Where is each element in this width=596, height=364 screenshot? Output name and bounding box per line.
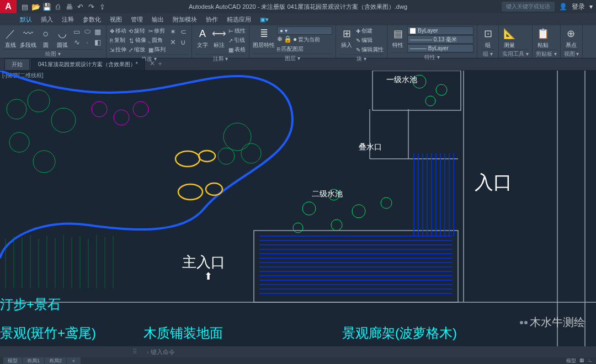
tool-move[interactable]: ✥ 移动 [110,26,126,35]
tool-linear[interactable]: ⊢ 线性 [228,26,246,35]
tool-match-layer[interactable]: ⎘ 匹配图层 [277,45,332,53]
panel-title-group[interactable]: 组 ▾ [481,49,495,58]
panel-title-util[interactable]: 实用工具 ▾ [502,49,529,58]
layout-tabs: 模型 布局1 布局2 ＋ [3,357,81,365]
tab-manage[interactable]: 管理 [131,15,143,24]
label-stepping: 汀步+景石 [0,296,61,313]
tool-properties[interactable]: ▤特性 [391,26,405,49]
user-icon[interactable]: 👤 [559,3,567,10]
layout-add-icon[interactable]: ＋ [67,357,81,365]
color-selector[interactable]: ByLayer [407,26,473,35]
login-link[interactable]: 登录 [572,2,585,12]
tool-mirror[interactable]: ⮁ 镜像 [129,36,146,45]
tool-fillet[interactable]: ◟ 圆角 [148,36,166,45]
share-icon[interactable]: ⇪ [97,2,107,12]
redo-icon[interactable]: ↷ [86,2,96,12]
help-search[interactable]: 键入关键字或短语 [502,2,555,12]
tab-output[interactable]: 输出 [152,15,164,24]
tool-table[interactable]: ▦ 表格 [228,45,246,54]
tab-annotate[interactable]: 注释 [62,15,74,24]
tool-text[interactable]: A文字 [195,26,210,49]
overflow-icon[interactable]: ▾ [589,3,593,10]
app-logo[interactable]: A [0,0,17,13]
undo-icon[interactable]: ↶ [75,2,85,12]
tool-arc[interactable]: ◡圆弧 [55,26,70,49]
label-main-entry: 主入口 [182,253,225,272]
tool-scale[interactable]: ⤢ 缩放 [129,45,146,54]
tab-view[interactable]: 视图 [110,15,122,24]
panel-title-base[interactable]: 视图 ▾ [564,49,579,58]
drawing-canvas[interactable]: [-]俯视[二维线框] [0,71,596,346]
tool-edit-block[interactable]: ✎ 编辑 [356,36,384,45]
tool-paste[interactable]: 📋粘贴 [536,26,550,49]
command-input[interactable]: 键入命令 [143,348,596,356]
svg-point-24 [133,101,148,117]
ellipse-icon[interactable]: ⬭ [82,26,92,36]
tool-measure[interactable]: 📐测量 [502,26,517,49]
svg-point-29 [331,220,342,231]
layout-tab-2[interactable]: 布局2 [45,357,66,365]
join-icon[interactable]: ∪ [178,37,188,47]
tab-insert[interactable]: 插入 [41,15,53,24]
plot-icon[interactable]: 🖶 [64,2,74,12]
tool-circle[interactable]: ○圆 [39,26,53,49]
modify-mini: ✶⊂ ✕∪ [168,26,188,47]
layer-off-icon[interactable]: ● [293,35,297,44]
tool-setcurrent[interactable]: 置为当前 [298,35,320,44]
region-icon[interactable]: ◧ [93,37,103,47]
tab-addins[interactable]: 附加模块 [173,15,197,24]
point-icon[interactable]: · [82,37,92,47]
tool-rotate[interactable]: ⟲ 旋转 [129,26,146,35]
open-icon[interactable]: 📂 [31,2,41,12]
tool-dim[interactable]: ⟷标注 [212,26,226,49]
tab-parametric[interactable]: 参数化 [83,15,101,24]
explode-icon[interactable]: ✶ [168,26,178,36]
erase-icon[interactable]: ✕ [168,37,178,47]
panel-title-props[interactable]: 特性 ▾ [391,52,473,62]
offset-icon[interactable]: ⊂ [178,26,188,36]
panel-title-block[interactable]: 块 ▾ [339,54,384,63]
dimension-icon: ⟷ [212,26,226,41]
spline-icon[interactable]: ∿ [72,37,82,47]
tab-start[interactable]: 开始 [4,58,30,70]
new-icon[interactable]: ▤ [20,2,30,12]
layout-tab-model[interactable]: 模型 [3,357,22,365]
cmd-grip-icon[interactable]: ⠿ [132,348,140,356]
rect-icon[interactable]: ▭ [72,26,82,36]
tab-current-file[interactable]: 041屋顶花园景观设计方案（含效果图）* [31,58,145,70]
panel-title-annot[interactable]: 注释 ▾ [195,54,246,63]
status-model-icon[interactable]: 模型 [566,357,576,365]
tab-default[interactable]: 默认 [20,15,32,24]
tool-layer-props[interactable]: ≣图层特性 [253,26,275,49]
linetype-selector[interactable]: ——— ByLayer [407,44,473,52]
tool-edit-attr[interactable]: ✎ 编辑属性 [356,45,384,54]
tool-trim[interactable]: ✂ 修剪 [148,26,166,35]
tab-collab[interactable]: 协作 [206,15,218,24]
tool-leader[interactable]: ↗ 引线 [228,36,246,45]
layer-lock-icon[interactable]: 🔒 [284,35,292,44]
tool-polyline[interactable]: 〰多段线 [20,26,36,49]
tool-stretch[interactable]: ⇲ 拉伸 [110,45,126,54]
tab-expand-icon[interactable]: ▣▾ [260,16,269,23]
layer-freeze-icon[interactable]: ❄ [277,35,283,44]
save-icon[interactable]: 💾 [42,2,52,12]
status-grid-icon[interactable]: ▦ [579,357,584,365]
lineweight-selector[interactable]: ———— 0.13 毫米 [407,35,473,44]
saveas-icon[interactable]: ⎙ [53,2,63,12]
tool-array[interactable]: ▦ 阵列 [148,45,166,54]
status-snap-icon[interactable]: ∟ [588,357,593,365]
tool-insert-block[interactable]: ⊞插入 [339,26,354,49]
panel-title-clip[interactable]: 剪贴板 ▾ [536,49,557,58]
new-tab-icon[interactable]: ✕ ＋ [146,57,167,70]
layer-selector[interactable]: ● ▾ [277,26,332,35]
panel-title-layers[interactable]: 图层 ▾ [253,53,332,63]
tool-line[interactable]: ／直线 [3,26,18,49]
tool-create-block[interactable]: ✚ 创建 [356,26,384,35]
tool-group[interactable]: ⊡组 [481,26,495,49]
panel-title-draw[interactable]: 绘图 ▾ [3,49,103,58]
tool-copy[interactable]: ⎘ 复制 [110,36,126,45]
hatch-icon[interactable]: ▦ [93,26,103,36]
tool-basepoint[interactable]: ⊕基点 [564,26,578,49]
tab-featured[interactable]: 精选应用 [227,15,251,24]
layout-tab-1[interactable]: 布局1 [23,357,44,365]
